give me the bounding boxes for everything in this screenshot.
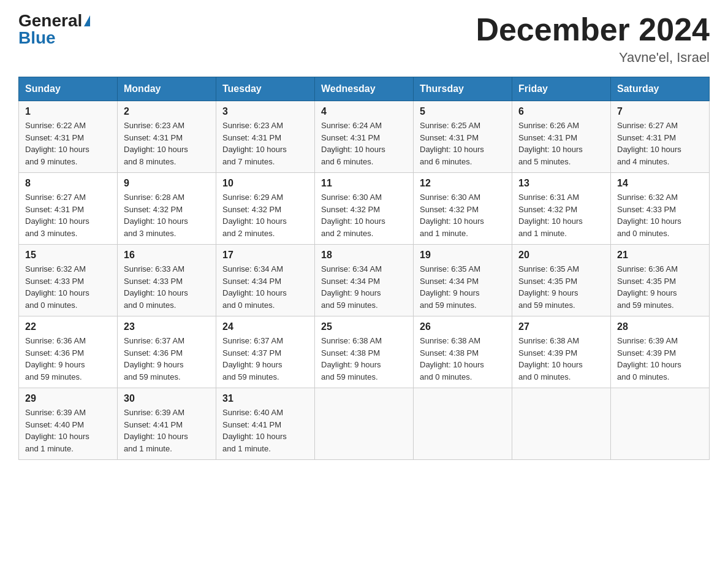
day-info: Sunrise: 6:29 AMSunset: 4:32 PMDaylight:… bbox=[222, 191, 308, 239]
calendar-cell: 9Sunrise: 6:28 AMSunset: 4:32 PMDaylight… bbox=[118, 173, 216, 245]
logo-blue-text: Blue bbox=[18, 29, 56, 47]
calendar-week-row: 1Sunrise: 6:22 AMSunset: 4:31 PMDaylight… bbox=[19, 101, 710, 173]
calendar-cell: 19Sunrise: 6:35 AMSunset: 4:34 PMDayligh… bbox=[414, 245, 512, 316]
calendar-cell: 21Sunrise: 6:36 AMSunset: 4:35 PMDayligh… bbox=[611, 245, 710, 316]
day-info: Sunrise: 6:33 AMSunset: 4:33 PMDaylight:… bbox=[124, 263, 210, 311]
day-number: 3 bbox=[222, 106, 308, 117]
calendar-cell: 1Sunrise: 6:22 AMSunset: 4:31 PMDaylight… bbox=[19, 101, 118, 173]
calendar-cell: 10Sunrise: 6:29 AMSunset: 4:32 PMDayligh… bbox=[216, 173, 315, 245]
day-info: Sunrise: 6:28 AMSunset: 4:32 PMDaylight:… bbox=[124, 191, 210, 239]
logo-general-text: General bbox=[18, 12, 82, 29]
calendar-cell: 13Sunrise: 6:31 AMSunset: 4:32 PMDayligh… bbox=[512, 173, 611, 245]
day-number: 10 bbox=[222, 178, 308, 189]
day-info: Sunrise: 6:25 AMSunset: 4:31 PMDaylight:… bbox=[420, 120, 506, 167]
calendar-cell: 16Sunrise: 6:33 AMSunset: 4:33 PMDayligh… bbox=[118, 245, 216, 316]
calendar-cell: 14Sunrise: 6:32 AMSunset: 4:33 PMDayligh… bbox=[611, 173, 710, 245]
day-info: Sunrise: 6:26 AMSunset: 4:31 PMDaylight:… bbox=[518, 120, 604, 167]
calendar-week-row: 15Sunrise: 6:32 AMSunset: 4:33 PMDayligh… bbox=[19, 245, 710, 316]
day-number: 17 bbox=[222, 250, 308, 261]
day-number: 2 bbox=[124, 106, 210, 117]
weekday-header-row: SundayMondayTuesdayWednesdayThursdayFrid… bbox=[19, 77, 710, 101]
calendar-cell: 15Sunrise: 6:32 AMSunset: 4:33 PMDayligh… bbox=[19, 245, 118, 316]
calendar-cell: 3Sunrise: 6:23 AMSunset: 4:31 PMDaylight… bbox=[216, 101, 315, 173]
day-number: 20 bbox=[518, 250, 604, 261]
day-number: 19 bbox=[420, 250, 506, 261]
calendar-cell: 5Sunrise: 6:25 AMSunset: 4:31 PMDaylight… bbox=[414, 101, 512, 173]
day-info: Sunrise: 6:38 AMSunset: 4:38 PMDaylight:… bbox=[321, 335, 407, 383]
day-number: 22 bbox=[25, 321, 111, 332]
day-info: Sunrise: 6:34 AMSunset: 4:34 PMDaylight:… bbox=[321, 263, 407, 311]
calendar-table: SundayMondayTuesdayWednesdayThursdayFrid… bbox=[18, 77, 710, 460]
weekday-header-sunday: Sunday bbox=[19, 77, 118, 101]
day-number: 5 bbox=[420, 106, 506, 117]
day-info: Sunrise: 6:39 AMSunset: 4:39 PMDaylight:… bbox=[617, 335, 703, 383]
day-number: 16 bbox=[124, 250, 210, 261]
calendar-cell: 31Sunrise: 6:40 AMSunset: 4:41 PMDayligh… bbox=[216, 388, 315, 460]
calendar-cell: 25Sunrise: 6:38 AMSunset: 4:38 PMDayligh… bbox=[315, 316, 414, 388]
day-number: 26 bbox=[420, 321, 506, 332]
day-number: 29 bbox=[25, 393, 111, 404]
day-info: Sunrise: 6:32 AMSunset: 4:33 PMDaylight:… bbox=[25, 263, 111, 311]
day-number: 13 bbox=[518, 178, 604, 189]
day-info: Sunrise: 6:35 AMSunset: 4:35 PMDaylight:… bbox=[518, 263, 604, 311]
weekday-header-wednesday: Wednesday bbox=[315, 77, 414, 101]
day-number: 28 bbox=[617, 321, 703, 332]
calendar-cell: 24Sunrise: 6:37 AMSunset: 4:37 PMDayligh… bbox=[216, 316, 315, 388]
weekday-header-friday: Friday bbox=[512, 77, 611, 101]
calendar-cell: 8Sunrise: 6:27 AMSunset: 4:31 PMDaylight… bbox=[19, 173, 118, 245]
calendar-cell: 22Sunrise: 6:36 AMSunset: 4:36 PMDayligh… bbox=[19, 316, 118, 388]
day-number: 15 bbox=[25, 250, 111, 261]
day-number: 6 bbox=[518, 106, 604, 117]
day-info: Sunrise: 6:37 AMSunset: 4:36 PMDaylight:… bbox=[124, 335, 210, 383]
day-info: Sunrise: 6:36 AMSunset: 4:36 PMDaylight:… bbox=[25, 335, 111, 383]
day-info: Sunrise: 6:30 AMSunset: 4:32 PMDaylight:… bbox=[321, 191, 407, 239]
calendar-cell: 26Sunrise: 6:38 AMSunset: 4:38 PMDayligh… bbox=[414, 316, 512, 388]
day-info: Sunrise: 6:40 AMSunset: 4:41 PMDaylight:… bbox=[222, 407, 308, 454]
day-info: Sunrise: 6:22 AMSunset: 4:31 PMDaylight:… bbox=[25, 120, 111, 167]
weekday-header-tuesday: Tuesday bbox=[216, 77, 315, 101]
day-number: 23 bbox=[124, 321, 210, 332]
day-info: Sunrise: 6:39 AMSunset: 4:41 PMDaylight:… bbox=[124, 407, 210, 454]
calendar-cell: 27Sunrise: 6:38 AMSunset: 4:39 PMDayligh… bbox=[512, 316, 611, 388]
calendar-cell: 17Sunrise: 6:34 AMSunset: 4:34 PMDayligh… bbox=[216, 245, 315, 316]
day-info: Sunrise: 6:23 AMSunset: 4:31 PMDaylight:… bbox=[222, 120, 308, 167]
day-number: 9 bbox=[124, 178, 210, 189]
calendar-cell: 6Sunrise: 6:26 AMSunset: 4:31 PMDaylight… bbox=[512, 101, 611, 173]
day-info: Sunrise: 6:24 AMSunset: 4:31 PMDaylight:… bbox=[321, 120, 407, 167]
day-number: 27 bbox=[518, 321, 604, 332]
day-number: 24 bbox=[222, 321, 308, 332]
calendar-cell: 23Sunrise: 6:37 AMSunset: 4:36 PMDayligh… bbox=[118, 316, 216, 388]
day-info: Sunrise: 6:39 AMSunset: 4:40 PMDaylight:… bbox=[25, 407, 111, 454]
page-header: General Blue December 2024 Yavne'el, Isr… bbox=[18, 12, 710, 66]
calendar-cell: 12Sunrise: 6:30 AMSunset: 4:32 PMDayligh… bbox=[414, 173, 512, 245]
calendar-subtitle: Yavne'el, Israel bbox=[476, 50, 710, 66]
logo-triangle-icon bbox=[84, 15, 90, 26]
calendar-cell: 30Sunrise: 6:39 AMSunset: 4:41 PMDayligh… bbox=[118, 388, 216, 460]
calendar-cell: 20Sunrise: 6:35 AMSunset: 4:35 PMDayligh… bbox=[512, 245, 611, 316]
day-info: Sunrise: 6:32 AMSunset: 4:33 PMDaylight:… bbox=[617, 191, 703, 239]
day-number: 12 bbox=[420, 178, 506, 189]
day-info: Sunrise: 6:38 AMSunset: 4:38 PMDaylight:… bbox=[420, 335, 506, 383]
weekday-header-saturday: Saturday bbox=[611, 77, 710, 101]
calendar-cell: 11Sunrise: 6:30 AMSunset: 4:32 PMDayligh… bbox=[315, 173, 414, 245]
calendar-cell: 4Sunrise: 6:24 AMSunset: 4:31 PMDaylight… bbox=[315, 101, 414, 173]
day-info: Sunrise: 6:23 AMSunset: 4:31 PMDaylight:… bbox=[124, 120, 210, 167]
day-info: Sunrise: 6:30 AMSunset: 4:32 PMDaylight:… bbox=[420, 191, 506, 239]
calendar-cell bbox=[315, 388, 414, 460]
calendar-cell bbox=[611, 388, 710, 460]
day-number: 25 bbox=[321, 321, 407, 332]
day-number: 4 bbox=[321, 106, 407, 117]
calendar-cell bbox=[512, 388, 611, 460]
day-number: 18 bbox=[321, 250, 407, 261]
day-number: 31 bbox=[222, 393, 308, 404]
day-info: Sunrise: 6:34 AMSunset: 4:34 PMDaylight:… bbox=[222, 263, 308, 311]
logo: General Blue bbox=[18, 12, 90, 47]
day-info: Sunrise: 6:38 AMSunset: 4:39 PMDaylight:… bbox=[518, 335, 604, 383]
calendar-week-row: 8Sunrise: 6:27 AMSunset: 4:31 PMDaylight… bbox=[19, 173, 710, 245]
day-number: 8 bbox=[25, 178, 111, 189]
day-info: Sunrise: 6:37 AMSunset: 4:37 PMDaylight:… bbox=[222, 335, 308, 383]
day-number: 1 bbox=[25, 106, 111, 117]
calendar-cell bbox=[414, 388, 512, 460]
day-info: Sunrise: 6:27 AMSunset: 4:31 PMDaylight:… bbox=[617, 120, 703, 167]
calendar-cell: 29Sunrise: 6:39 AMSunset: 4:40 PMDayligh… bbox=[19, 388, 118, 460]
